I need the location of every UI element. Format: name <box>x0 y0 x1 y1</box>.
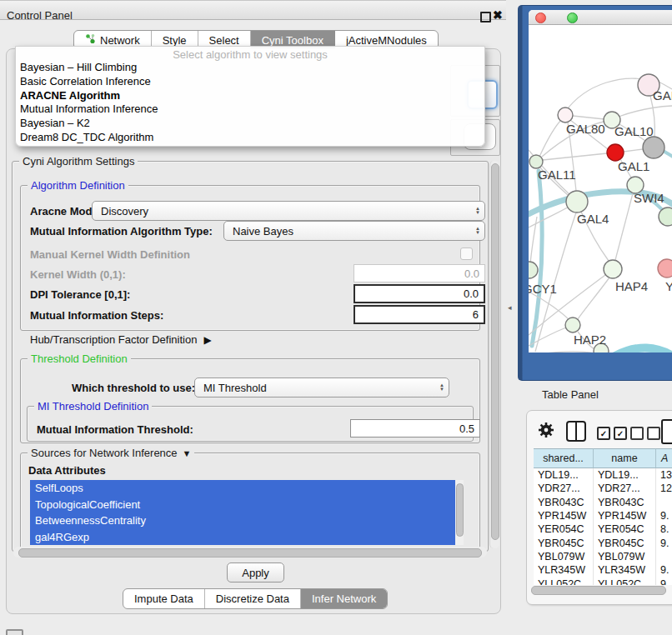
node-label[interactable]: GCY1 <box>529 282 557 296</box>
mi-type-label: Mutual Information Algorithm Type: <box>30 225 213 238</box>
gear-icon[interactable] <box>538 422 554 442</box>
settings-scrollbar-thumb[interactable] <box>491 163 499 540</box>
tab-discretize-data[interactable]: Discretize Data <box>205 589 301 608</box>
mi-type-select[interactable]: Naive Bayes ▲▼ <box>223 221 485 241</box>
tab-jactivemnodules-label: jActiveMNodules <box>346 34 427 47</box>
column-header[interactable]: name <box>594 448 656 468</box>
tab-impute-data[interactable]: Impute Data <box>123 589 205 608</box>
float-window-icon[interactable] <box>480 12 491 22</box>
popup-item[interactable]: Mutual Information Inference <box>16 102 484 117</box>
tab-infer-network[interactable]: Infer Network <box>301 589 387 608</box>
caret-right-icon: ▶ <box>203 334 211 346</box>
dpi-tolerance-label: DPI Tolerance [0,1]: <box>30 288 130 301</box>
app-root: Control Panel ✖ Network Style Select Cyn… <box>0 0 672 635</box>
hub-definition-expander[interactable]: Hub/Transcription Factor Definition ▶ <box>30 333 212 346</box>
dpi-tolerance-field[interactable]: 0.0 <box>354 284 485 303</box>
mi-steps-field[interactable]: 6 <box>354 305 485 324</box>
table-row[interactable]: YLL052CYLL052C9 <box>534 577 672 585</box>
which-threshold-value: MI Threshold <box>203 382 267 394</box>
table-header-row: shared... name A <box>534 448 672 468</box>
node-label[interactable]: GAL80 <box>566 122 605 136</box>
minimize-traffic-light[interactable] <box>551 12 560 22</box>
popup-item[interactable]: Bayesian – K2 <box>16 117 484 131</box>
table-row[interactable]: YLR345WYLR345W9. <box>534 563 672 577</box>
list-item[interactable]: BetweennessCentrality <box>30 512 455 529</box>
table-row[interactable]: YDR27...YDR27...12 <box>534 482 672 495</box>
list-item[interactable]: TopologicalCoefficient <box>30 497 455 513</box>
select-all-rows-icon[interactable]: ✓ ✓ <box>597 427 627 440</box>
popup-placeholder-item[interactable]: Select algorithm to view settings <box>16 47 484 61</box>
mi-type-value: Naive Bayes <box>233 225 293 238</box>
sources-group-title[interactable]: Sources for Network Inference ▼ <box>28 447 194 459</box>
stepper-icon: ▲▼ <box>475 222 480 240</box>
tab-impute-data-label: Impute Data <box>134 592 193 605</box>
node-label[interactable]: HAP2 <box>574 332 606 347</box>
zoom-traffic-light[interactable] <box>567 12 578 23</box>
node-table: shared... name A YDL19...YDL19...13 YDR2… <box>534 448 672 585</box>
tab-style-label: Style <box>163 34 187 47</box>
control-panel-title: Control Panel <box>7 9 73 22</box>
caret-down-icon: ▼ <box>183 448 192 458</box>
node-label[interactable]: Y <box>665 279 672 293</box>
table-row[interactable]: YER054CYER054C8. <box>534 522 672 536</box>
table-row[interactable]: YPR145WYPR145W9. <box>534 509 672 522</box>
manual-kernel-label: Manual Kernel Width Definition <box>30 248 190 261</box>
popup-item[interactable]: Basic Correlation Inference <box>16 75 484 89</box>
table-row[interactable]: YBR043CYBR043C <box>534 496 672 509</box>
list-item[interactable]: SelfLoops <box>30 480 455 497</box>
apply-button-label: Apply <box>242 567 269 579</box>
apply-button[interactable]: Apply <box>227 562 284 582</box>
table-hscrollbar-thumb[interactable] <box>531 586 666 595</box>
node-label[interactable]: SWI4 <box>634 191 664 205</box>
algorithm-definition-title: Algorithm Definition <box>28 179 128 192</box>
control-panel-titlebar <box>0 0 506 20</box>
node-label[interactable]: GAL11 <box>538 168 576 182</box>
hub-definition-label: Hub/Transcription Factor Definition <box>30 333 197 346</box>
mi-steps-label: Mutual Information Steps: <box>30 309 163 322</box>
table-row[interactable]: YBR045CYBR045C9. <box>534 536 672 549</box>
manual-kernel-checkbox[interactable] <box>460 248 473 260</box>
divider-collapse-icon[interactable]: ◂ <box>508 303 512 312</box>
list-item[interactable]: gal4RGexp <box>30 529 455 546</box>
algorithm-select-popup: Select algorithm to view settings Bayesi… <box>15 46 485 147</box>
column-header[interactable]: shared... <box>534 448 594 468</box>
popup-item[interactable]: Bayesian – Hill Climbing <box>16 61 484 75</box>
node-label[interactable]: GAL10 <box>614 124 654 138</box>
dock-panel-icon[interactable] <box>6 629 23 635</box>
settings-hscrollbar-track[interactable] <box>13 547 487 558</box>
deselect-all-rows-icon[interactable] <box>630 427 660 440</box>
which-threshold-select[interactable]: MI Threshold ▲▼ <box>194 378 449 398</box>
columns-icon[interactable] <box>566 421 586 442</box>
close-icon[interactable]: ✖ <box>493 8 503 22</box>
attr-list-scrollbar-track[interactable] <box>455 480 464 545</box>
node-label[interactable]: GAL1 <box>618 159 649 173</box>
aracne-mode-select[interactable]: Discovery ▲▼ <box>92 201 485 221</box>
attr-list-scrollbar-thumb[interactable] <box>456 483 464 537</box>
table-row[interactable]: YDL19...YDL19...13 <box>534 468 672 482</box>
threshold-definition-title: Threshold Definition <box>28 352 131 365</box>
mi-threshold-field[interactable]: 0.5 <box>350 419 480 438</box>
table-row[interactable]: YBL079WYBL079W <box>534 550 672 563</box>
kernel-width-field[interactable]: 0.0 <box>354 264 485 282</box>
column-header[interactable]: A <box>656 448 672 468</box>
close-traffic-light[interactable] <box>535 12 546 23</box>
node-label[interactable]: HAP4 <box>615 279 648 293</box>
data-attributes-list[interactable]: SelfLoops TopologicalCoefficient Between… <box>30 480 455 545</box>
node-label[interactable]: GAL4 <box>577 212 609 226</box>
kernel-width-label: Kernel Width (0,1): <box>30 268 126 281</box>
network-window-titlebar[interactable] <box>529 10 672 25</box>
settings-scrollbar-track[interactable] <box>489 161 499 548</box>
tab-cyni-toolbox-label: Cyni Toolbox <box>262 34 323 47</box>
network-canvas[interactable]: GAL GAL80 GAL10 GAL1 GAL11 SWI4 GAL4 GCY… <box>529 25 672 352</box>
bottom-tabbar: Impute Data Discretize Data Infer Networ… <box>123 588 388 609</box>
node-label[interactable]: GAL <box>653 88 672 102</box>
popup-item-selected[interactable]: ARACNE Algorithm <box>16 89 484 103</box>
cyni-algorithm-settings-title: Cyni Algorithm Settings <box>19 155 138 168</box>
settings-hscrollbar-thumb[interactable] <box>18 548 482 558</box>
table-panel-title: Table Panel <box>542 388 599 401</box>
popup-item[interactable]: Dream8 DC_TDC Algorithm <box>16 131 484 145</box>
tab-select-label: Select <box>209 34 239 47</box>
new-table-icon[interactable] <box>661 419 672 444</box>
sources-title-text: Sources for Network Inference <box>31 447 178 459</box>
network-window: GAL GAL80 GAL10 GAL1 GAL11 SWI4 GAL4 GCY… <box>529 10 672 352</box>
